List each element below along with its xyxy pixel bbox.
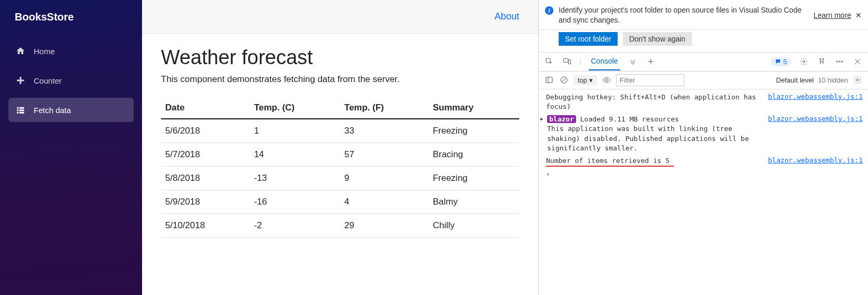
console-prompt[interactable]: › [539, 168, 868, 180]
cell-temp-c: -2 [250, 214, 340, 238]
th-temp-f: Temp. (F) [340, 97, 429, 119]
more-tabs-icon[interactable] [628, 56, 638, 67]
cell-temp-f: 33 [340, 119, 429, 143]
more-menu-icon[interactable] [834, 56, 845, 67]
main-content: Weather forecast This component demonstr… [142, 34, 538, 295]
log-source-link[interactable]: blazor.webassembly.js:1 [768, 93, 863, 100]
log-text: This application was built with linking … [547, 125, 749, 151]
sidebar: BooksStore Home Counter Fetch data [0, 0, 142, 295]
console-settings-gear-icon[interactable] [852, 75, 863, 85]
th-summary: Summary [429, 97, 519, 119]
devtools-tabbar: | Console 5 [539, 53, 868, 72]
cell-summary: Freezing [429, 167, 519, 190]
cell-temp-f: 9 [340, 167, 429, 190]
set-root-folder-button[interactable]: Set root folder [559, 32, 618, 46]
sidebar-item-fetchdata[interactable]: Fetch data [8, 98, 134, 122]
execution-context-dropdown[interactable]: top ▾ [573, 75, 597, 85]
cell-temp-c: -13 [250, 167, 340, 190]
devtools-close-icon[interactable] [852, 56, 863, 67]
console-output: Debugging hotkey: Shift+Alt+D (when appl… [539, 89, 868, 295]
cell-temp-c: 14 [250, 143, 340, 167]
plus-icon [16, 76, 25, 85]
table-row: 5/8/2018 -13 9 Freezing [161, 167, 519, 190]
device-toggle-icon[interactable] [562, 56, 572, 67]
sidebar-toggle-icon[interactable] [544, 75, 554, 85]
console-input[interactable] [554, 170, 837, 178]
page-title: Weather forecast [161, 46, 519, 69]
page-subtitle: This component demonstrates fetching dat… [161, 74, 519, 85]
table-row: 5/9/2018 -16 4 Balmy [161, 190, 519, 214]
log-source-link[interactable]: blazor.webassembly.js:1 [768, 115, 863, 123]
console-log-row: ▸ blazor Loaded 9.11 MB resources This a… [539, 114, 868, 155]
infobar: i Identify your project's root folder to… [539, 0, 868, 30]
svg-rect-2 [569, 60, 571, 64]
svg-point-5 [822, 58, 824, 60]
th-temp-c: Temp. (C) [250, 97, 340, 119]
infobar-learn-more: Learn more ✕ [814, 11, 862, 19]
dont-show-again-button[interactable]: Don't show again [623, 32, 692, 46]
svg-point-11 [605, 79, 608, 81]
forecast-table: Date Temp. (C) Temp. (F) Summary 5/6/201… [161, 97, 519, 238]
console-log-row: Number of items retrieved is 5 blazor.we… [539, 155, 868, 168]
info-icon: i [545, 6, 553, 15]
execution-context-value: top [578, 76, 587, 84]
cell-summary: Bracing [429, 143, 519, 167]
settings-gear-icon[interactable] [799, 56, 809, 67]
tab-console[interactable]: Console [589, 54, 620, 70]
svg-point-6 [836, 61, 837, 62]
clear-console-icon[interactable] [559, 75, 569, 85]
table-row: 5/6/2018 1 33 Freezing [161, 119, 519, 143]
log-text-highlighted: Number of items retrieved is 5 [546, 156, 670, 166]
message-count: 5 [783, 58, 787, 66]
table-row: 5/7/2018 14 57 Bracing [161, 143, 519, 167]
message-count-badge[interactable]: 5 [771, 57, 791, 66]
th-date: Date [161, 97, 250, 119]
new-tab-icon[interactable] [645, 56, 656, 67]
inspect-icon[interactable] [544, 56, 554, 67]
svg-point-12 [856, 79, 859, 81]
log-level-dropdown[interactable]: Default level [776, 76, 814, 84]
about-link[interactable]: About [494, 11, 519, 22]
cell-temp-f: 29 [340, 214, 429, 238]
activity-icon[interactable] [816, 56, 827, 67]
brand-title[interactable]: BooksStore [0, 0, 142, 34]
svg-rect-0 [546, 58, 550, 63]
log-source-link[interactable]: blazor.webassembly.js:1 [768, 156, 863, 164]
hidden-messages-count[interactable]: 10 hidden [818, 76, 848, 84]
sidebar-item-label: Fetch data [34, 106, 71, 115]
console-toolbar: top ▾ Default level 10 hidden [539, 72, 868, 89]
list-icon [16, 105, 25, 115]
sidebar-item-label: Home [34, 47, 55, 56]
console-log-row: Debugging hotkey: Shift+Alt+D (when appl… [539, 91, 868, 114]
expand-triangle-icon[interactable]: ▸ [540, 115, 546, 123]
cell-date: 5/6/2018 [161, 119, 250, 143]
cell-date: 5/9/2018 [161, 190, 250, 214]
cell-summary: Balmy [429, 190, 519, 214]
svg-rect-9 [546, 77, 552, 83]
cell-temp-c: -16 [250, 190, 340, 214]
cell-summary: Freezing [429, 119, 519, 143]
svg-point-7 [839, 61, 840, 62]
chevron-down-icon: ▾ [589, 76, 593, 84]
cell-temp-c: 1 [250, 119, 340, 143]
cell-temp-f: 4 [340, 190, 429, 214]
svg-rect-1 [563, 59, 568, 63]
cell-date: 5/7/2018 [161, 143, 250, 167]
sidebar-item-home[interactable]: Home [8, 39, 134, 63]
blazor-tag: blazor [547, 115, 576, 123]
svg-point-3 [803, 60, 805, 63]
svg-point-8 [841, 61, 842, 62]
svg-point-4 [820, 58, 821, 60]
sidebar-item-counter[interactable]: Counter [8, 68, 134, 93]
home-icon [16, 46, 25, 56]
infobar-text: Identify your project's root folder to o… [559, 5, 809, 25]
infobar-actions: Set root folder Don't show again [539, 30, 868, 53]
log-text: Loaded 9.11 MB resources [580, 115, 679, 123]
live-expression-icon[interactable] [601, 75, 612, 85]
learn-more-link[interactable]: Learn more [814, 11, 852, 19]
sidebar-item-label: Counter [34, 76, 62, 85]
infobar-close-icon[interactable]: ✕ [855, 11, 862, 19]
devtools-panel: i Identify your project's root folder to… [539, 0, 868, 295]
filter-input[interactable] [616, 74, 684, 86]
table-row: 5/10/2018 -2 29 Chilly [161, 214, 519, 238]
